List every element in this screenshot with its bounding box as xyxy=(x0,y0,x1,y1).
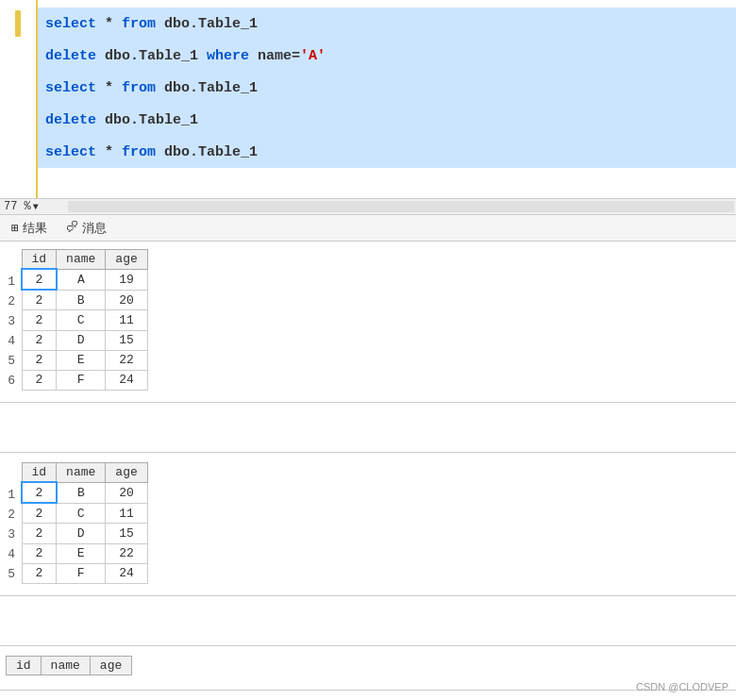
txt-1: * xyxy=(96,16,122,32)
code-line-1: select * from dbo. Table_1 xyxy=(38,8,736,40)
editor-gutter xyxy=(0,0,38,198)
spacer-1 xyxy=(0,403,736,450)
horizontal-scrollbar[interactable] xyxy=(68,201,734,212)
txt-7: dbo. xyxy=(96,112,139,128)
table-row: 2 E 22 xyxy=(22,350,147,370)
table-row: 2 E 22 xyxy=(22,543,147,563)
cell-id-1-1: 2 xyxy=(22,269,57,290)
gutter-line-2 xyxy=(0,40,36,72)
txt-5: * xyxy=(96,80,122,96)
cell-name-2-5: F xyxy=(57,563,106,583)
table-1-row-nums: 1 2 3 4 5 6 xyxy=(4,249,19,391)
code-line-5: select * from dbo. Table_1 xyxy=(38,136,736,168)
tab-messages[interactable]: 🗪 消息 xyxy=(59,218,114,239)
gutter-marker-1 xyxy=(15,10,21,37)
table-name-3: Table_1 xyxy=(198,80,258,96)
table-name-1: Table_1 xyxy=(198,16,258,32)
table-row: 2 A 19 xyxy=(22,269,147,290)
spacer-2 xyxy=(0,596,736,643)
table-2-wrapper: 1 2 3 4 5 id name age 2 B xyxy=(0,458,736,588)
table-3-wrapper: id name age xyxy=(0,652,736,682)
cell-age-2-4: 22 xyxy=(106,543,147,563)
tab-messages-label: 消息 xyxy=(82,220,107,237)
cell-name-2-1: B xyxy=(57,482,106,503)
zoom-control[interactable]: 77 % ▼ xyxy=(0,200,66,213)
cell-name-1-3: C xyxy=(57,310,106,330)
cell-id-1-4: 2 xyxy=(22,330,57,350)
code-area[interactable]: select * from dbo. Table_1 delete dbo. T… xyxy=(38,0,736,198)
table-1-wrapper: 1 2 3 4 5 6 id name age 2 xyxy=(0,245,736,394)
row-num-1-6: 6 xyxy=(4,371,19,391)
col-age-3: age xyxy=(90,657,131,675)
row-num-1-1: 1 xyxy=(4,272,19,292)
txt-9: dbo. xyxy=(156,144,198,160)
zoom-dropdown-icon[interactable]: ▼ xyxy=(33,202,39,212)
col-name-1: name xyxy=(57,250,106,270)
cell-age-1-2: 20 xyxy=(106,290,147,310)
scrollbar-row: 77 % ▼ xyxy=(0,198,736,215)
table-row: 2 D 15 xyxy=(22,330,147,350)
cell-age-1-5: 22 xyxy=(106,350,147,370)
cell-id-2-5: 2 xyxy=(22,563,57,583)
cell-name-1-1: A xyxy=(57,269,106,290)
result-table-3: id name age xyxy=(6,656,132,678)
results-tabs: ⊞ 结果 🗪 消息 xyxy=(0,215,736,242)
gutter-line-1 xyxy=(0,8,36,40)
col-name-3: name xyxy=(41,657,90,675)
keyword-from-2: from xyxy=(122,80,156,96)
keyword-select-1: select xyxy=(45,16,96,32)
section-divider-2 xyxy=(0,645,736,646)
col-id-3: id xyxy=(7,657,42,675)
col-age-2: age xyxy=(106,463,147,483)
row-num-1-4: 4 xyxy=(4,331,19,351)
table-row: 2 B 20 xyxy=(22,482,147,503)
tab-results[interactable]: ⊞ 结果 xyxy=(4,218,55,239)
keyword-delete-1: delete xyxy=(45,48,96,64)
results-icon: ⊞ xyxy=(11,221,19,236)
table-row: 2 B 20 xyxy=(22,290,147,310)
cell-id-2-3: 2 xyxy=(22,524,57,543)
col-id-2: id xyxy=(22,463,57,483)
keyword-delete-2: delete xyxy=(45,112,96,128)
zoom-level: 77 % xyxy=(4,200,31,213)
str-value-1: 'A' xyxy=(300,48,326,64)
cell-id-1-3: 2 xyxy=(22,310,57,330)
gutter-line-3 xyxy=(0,72,36,104)
cell-age-2-3: 15 xyxy=(106,524,147,543)
gutter-line-4 xyxy=(0,104,36,136)
result-table-1: id name age 2 A 19 2 B 20 xyxy=(21,249,148,391)
cell-id-2-1: 2 xyxy=(22,482,57,503)
keyword-from-1: from xyxy=(122,16,156,32)
table-2-row-nums: 1 2 3 4 5 xyxy=(4,462,19,584)
txt-8: * xyxy=(96,144,122,160)
txt-6: dbo. xyxy=(156,80,198,96)
code-line-3: select * from dbo. Table_1 xyxy=(38,72,736,104)
cell-id-1-6: 2 xyxy=(22,370,57,390)
results-panel: 1 2 3 4 5 6 id name age 2 xyxy=(0,242,736,691)
row-num-1-5: 5 xyxy=(4,351,19,371)
result-table-3-section: id name age xyxy=(0,648,736,691)
cell-age-1-3: 11 xyxy=(106,310,147,330)
editor-container: select * from dbo. Table_1 delete dbo. T… xyxy=(0,0,736,198)
code-line-4: delete dbo. Table_1 xyxy=(38,104,736,136)
table-row: 2 C 11 xyxy=(22,310,147,330)
gutter-line-5 xyxy=(0,136,36,168)
cell-name-2-4: E xyxy=(57,543,106,563)
tab-results-label: 结果 xyxy=(23,220,47,237)
txt-2: dbo. xyxy=(156,16,198,32)
keyword-select-2: select xyxy=(45,80,96,96)
cell-id-2-2: 2 xyxy=(22,503,57,524)
table-row: 2 C 11 xyxy=(22,503,147,524)
cell-age-1-1: 19 xyxy=(106,269,147,290)
messages-icon: 🗪 xyxy=(66,221,78,235)
cell-age-2-5: 24 xyxy=(106,563,147,583)
watermark: CSDN @CLODVEP xyxy=(636,681,728,692)
result-table-1-section: 1 2 3 4 5 6 id name age 2 xyxy=(0,242,736,403)
result-table-2-section: 1 2 3 4 5 id name age 2 B xyxy=(0,455,736,596)
col-age-1: age xyxy=(106,250,147,270)
row-num-2-5: 5 xyxy=(4,564,19,584)
keyword-where-1: where xyxy=(207,48,249,64)
cell-name-1-4: D xyxy=(57,330,106,350)
cell-name-1-2: B xyxy=(57,290,106,310)
cell-age-2-1: 20 xyxy=(106,482,147,503)
